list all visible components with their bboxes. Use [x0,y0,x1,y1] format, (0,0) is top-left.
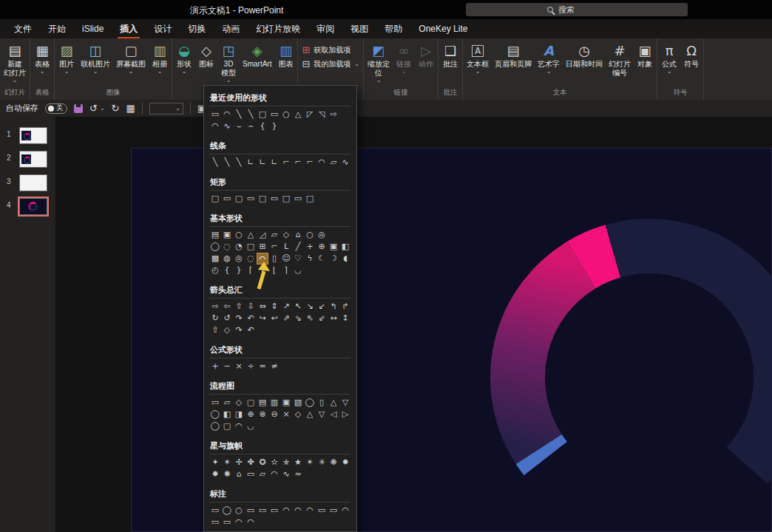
chart-button[interactable]: ▥图表 [274,40,297,69]
shape-icon[interactable]: ⇧ [233,301,245,313]
shape-icon[interactable]: ∟ [257,157,268,168]
shape-icon[interactable]: ↔ [328,313,339,324]
shape-icon[interactable]: ◡ [292,265,304,276]
shape-icon[interactable]: ◇ [233,397,245,409]
shape-icon[interactable]: ⊞ [257,241,268,253]
shape-icon[interactable]: ▭ [221,516,233,528]
shape-icon[interactable]: ↱ [339,301,351,313]
shape-icon[interactable]: ↻ [209,313,221,324]
shapes-button[interactable]: ◒形状⌄ [173,40,195,75]
shape-icon[interactable]: ▢ [245,397,257,409]
shape-icon[interactable]: ✤ [245,457,257,468]
shape-icon[interactable]: ◠ [304,505,316,516]
shape-icon[interactable]: ▤ [209,229,221,241]
shape-icon[interactable]: ⌈ [245,265,257,276]
shape-icon[interactable]: ✶ [221,457,233,468]
shape-icon[interactable]: ≈ [292,468,304,480]
shape-icon[interactable]: ╲ [233,157,245,168]
tab-onekey[interactable]: OneKey Lite [410,19,475,38]
shape-icon[interactable]: ⌂ [292,229,304,241]
shape-icon[interactable]: ◌ [221,241,233,253]
shape-icon[interactable]: ◹ [316,109,328,120]
quick-combo[interactable]: ⌄ [149,103,183,115]
shape-icon[interactable]: ✦ [209,457,221,468]
tab-view[interactable]: 视图 [342,19,376,38]
shape-icon[interactable]: ▭ [316,505,328,516]
text-box-button[interactable]: A文本框⌄ [464,40,492,75]
shape-icon[interactable]: } [268,120,280,132]
online-pictures-button[interactable]: ◫联机图片⌄ [78,40,113,75]
shape-icon[interactable]: ▭ [245,468,257,480]
shape-icon[interactable]: ▭ [209,516,221,528]
shape-icon[interactable]: ▭ [245,193,257,205]
link-button[interactable]: ∞链接⌄ [393,40,415,75]
equation-button[interactable]: π公式⌄ [658,40,680,75]
shape-icon[interactable]: ◠ [233,420,245,432]
shape-icon[interactable]: ◿ [257,229,268,241]
shape-icon[interactable]: ↶ [245,313,257,324]
tab-home[interactable]: 开始 [40,19,74,38]
zoom-link-button[interactable]: ◩缩放定位⌄ [365,40,393,83]
shape-icon[interactable]: ⌋ [257,265,268,276]
shape-icon[interactable]: ◠ [221,109,233,120]
object-button[interactable]: ▣对象 [634,40,656,69]
shape-icon[interactable]: ○ [233,229,245,241]
shape-icon[interactable]: ○ [304,229,316,241]
shape-icon[interactable]: ◎ [316,229,328,241]
shape-icon[interactable]: ⇘ [292,313,304,324]
shape-icon[interactable]: × [280,409,292,420]
shape-icon[interactable]: ◯ [209,241,221,253]
shape-icon[interactable]: ○ [233,505,245,516]
photo-album-button[interactable]: ▥相册⌄ [149,40,171,75]
shape-icon[interactable]: □ [245,241,257,253]
shape-icon[interactable]: ▤ [257,397,268,409]
shape-icon[interactable]: ✴ [304,457,316,468]
tab-animations[interactable]: 动画 [214,19,248,38]
search-box[interactable]: 搜索 [466,3,688,16]
shape-icon[interactable]: △ [304,409,316,420]
shape-icon[interactable]: ∿ [339,157,351,168]
shape-icon[interactable]: ↗ [280,301,292,313]
shape-icon[interactable]: ∿ [280,468,292,480]
shape-icon[interactable]: ◯ [221,505,233,516]
undo-icon[interactable]: ↺ [89,103,98,114]
shape-icon[interactable]: ◠ [268,468,280,480]
slide-thumbnail-3[interactable] [19,174,47,191]
shape-icon[interactable]: ▽ [339,397,351,409]
shape-icon[interactable]: ▯ [268,253,280,265]
shape-icon[interactable]: ▭ [292,193,304,205]
shape-icon[interactable]: ◠ [339,505,351,516]
shape-icon[interactable]: ▭ [257,505,268,516]
shape-icon[interactable]: ⇦ [221,301,233,313]
slide-thumbnail-1[interactable] [19,127,47,144]
shape-icon[interactable]: ⌣ [233,120,245,132]
shape-icon[interactable]: ◸ [304,109,316,120]
shape-icon[interactable]: ☺ [280,253,292,265]
shape-icon[interactable]: ○ [280,109,292,120]
screenshot-button[interactable]: ▢屏幕截图⌄ [113,40,149,75]
shape-icon[interactable]: ↕ [339,313,351,324]
tab-review[interactable]: 审阅 [308,19,342,38]
shape-icon[interactable]: ⌂ [233,468,245,480]
shape-icon[interactable]: ✸ [209,468,221,480]
shape-icon[interactable]: ╲ [233,109,245,120]
shape-icon[interactable]: + [209,361,221,372]
shape-icon[interactable]: ⇩ [245,301,257,313]
tab-islide[interactable]: iSlide [74,19,112,38]
get-addins-button[interactable]: ⊞获取加载项 [302,44,351,55]
shape-icon[interactable]: ▭ [209,109,221,120]
shape-icon[interactable]: ✹ [339,457,351,468]
shape-icon[interactable]: { [257,120,268,132]
shape-icon[interactable]: ▱ [257,468,268,480]
shape-icon[interactable]: ▣ [280,397,292,409]
shape-icon[interactable]: ◎ [233,253,245,265]
shape-icon[interactable]: ◠ [245,516,257,528]
shape-icon[interactable]: × [233,361,245,372]
shape-icon[interactable]: ↶ [245,324,257,336]
shape-icon[interactable]: ▭ [268,193,280,205]
shape-icon[interactable]: ╲ [221,157,233,168]
shape-icon[interactable]: ◌ [245,253,257,265]
new-slide-button[interactable]: ▤新建幻灯片⌄ [1,40,29,83]
shape-icon[interactable]: ✳ [316,457,328,468]
shape-icon[interactable]: ▥ [268,397,280,409]
